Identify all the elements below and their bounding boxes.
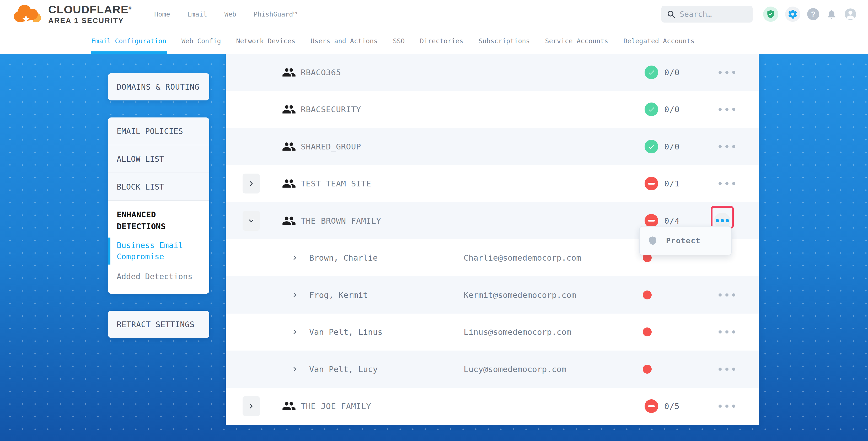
group-name: SHARED_GROUP <box>301 142 361 151</box>
shield-check-icon <box>763 6 778 22</box>
tab-sso[interactable]: SSO <box>393 28 405 54</box>
sidebar-item-added-detections[interactable]: Added Detections <box>117 271 200 282</box>
status-unprotected-dot <box>643 327 652 336</box>
row-menu-button[interactable] <box>718 138 735 155</box>
table-row-member: Frog, Kermit Kermit@somedemocorp.com <box>226 276 758 314</box>
member-name: Frog, Kermit <box>309 290 368 300</box>
tab-web-config[interactable]: Web Config <box>182 28 221 54</box>
member-count: 0/0 <box>664 105 680 114</box>
search-box[interactable] <box>661 6 753 23</box>
config-subnav: Email Configuration Web Config Network D… <box>0 28 868 54</box>
settings-sidebar: DOMAINS & ROUTING EMAIL POLICIES ALLOW L… <box>108 73 209 338</box>
user-avatar-icon <box>844 8 857 21</box>
chevron-right-icon <box>248 180 255 187</box>
group-name: THE BROWN FAMILY <box>301 216 381 225</box>
chevron-right-icon[interactable] <box>292 366 298 372</box>
sidebar-item-label: RETRACT SETTINGS <box>117 320 194 329</box>
tab-subscriptions[interactable]: Subscriptions <box>478 28 530 54</box>
member-name: Van Pelt, Lucy <box>309 365 378 374</box>
menu-item-protect[interactable]: Protect <box>666 237 701 245</box>
registered-trademark: ® <box>128 6 132 10</box>
member-name: Van Pelt, Linus <box>309 327 382 337</box>
sidebar-section-enhanced-detections: ENHANCED DETECTIONS Business Email Compr… <box>108 201 209 294</box>
brand-title: CLOUDFLARE® <box>48 3 132 16</box>
row-context-menu: Protect <box>639 226 732 255</box>
row-menu-button[interactable] <box>718 287 735 303</box>
status-unprotected-badge <box>645 214 658 228</box>
settings-button[interactable] <box>785 6 800 22</box>
member-count: 0/0 <box>664 68 680 77</box>
row-menu-button[interactable] <box>718 175 735 192</box>
top-nav-phishguard[interactable]: PhishGuard™ <box>254 10 297 18</box>
top-header: CLOUDFLARE® AREA 1 SECURITY Home Email W… <box>0 0 868 28</box>
group-icon <box>282 214 296 228</box>
header-icon-cluster: ? <box>763 6 857 22</box>
page-background: DOMAINS & ROUTING EMAIL POLICIES ALLOW L… <box>0 54 868 441</box>
expand-group-button[interactable] <box>243 174 260 193</box>
top-nav: Home Email Web PhishGuard™ <box>154 10 297 18</box>
notifications-bell-icon <box>826 9 837 20</box>
table-row-group: SHARED_GROUP 0/0 <box>226 128 758 165</box>
table-row-member: Van Pelt, Lucy Lucy@somedemocorp.com <box>226 351 758 388</box>
member-count: 0/5 <box>664 401 680 411</box>
settings-gear-icon <box>785 6 800 22</box>
member-count: 0/4 <box>664 216 680 225</box>
top-nav-email[interactable]: Email <box>187 10 207 18</box>
group-icon <box>282 139 296 154</box>
top-nav-web[interactable]: Web <box>224 10 236 18</box>
help-icon: ? <box>807 8 819 20</box>
tab-network-devices[interactable]: Network Devices <box>236 28 296 54</box>
row-menu-button[interactable] <box>718 361 735 378</box>
group-name: TEST TEAM SITE <box>301 179 371 188</box>
group-name: THE JOE FAMILY <box>301 401 371 411</box>
table-row-group: THE JOE FAMILY 0/5 <box>226 388 758 425</box>
sidebar-item-allow-list[interactable]: ALLOW LIST <box>108 145 209 173</box>
member-email: Kermit@somedemocorp.com <box>464 290 576 300</box>
notifications-button[interactable] <box>826 9 837 20</box>
status-unprotected-dot <box>643 365 652 374</box>
cloudflare-cloud-icon <box>12 3 43 25</box>
tab-directories[interactable]: Directories <box>420 28 463 54</box>
status-unprotected-badge <box>645 177 658 190</box>
table-row-group: RBACSECURITY 0/0 <box>226 91 758 128</box>
chevron-right-icon[interactable] <box>292 329 298 335</box>
account-button[interactable] <box>844 8 857 21</box>
chevron-down-icon <box>248 217 255 224</box>
chevron-right-icon[interactable] <box>292 292 298 298</box>
member-count: 0/0 <box>664 142 680 151</box>
tab-email-configuration[interactable]: Email Configuration <box>91 28 166 54</box>
group-icon <box>282 177 296 191</box>
protection-status-button[interactable] <box>763 6 778 22</box>
row-menu-button[interactable] <box>718 398 735 414</box>
member-email: Charlie@somedemocorp.com <box>464 253 581 262</box>
brand-logo[interactable]: CLOUDFLARE® AREA 1 SECURITY <box>12 3 132 25</box>
group-name: RBACO365 <box>301 68 341 77</box>
shield-icon <box>648 236 658 246</box>
top-nav-home[interactable]: Home <box>154 10 170 18</box>
sidebar-item-domains-routing[interactable]: DOMAINS & ROUTING <box>108 73 209 100</box>
sidebar-item-business-email-compromise[interactable]: Business Email Compromise <box>117 240 200 262</box>
tab-users-and-actions[interactable]: Users and Actions <box>310 28 378 54</box>
chevron-right-icon <box>248 403 255 410</box>
sidebar-item-block-list[interactable]: BLOCK LIST <box>108 173 209 201</box>
sidebar-item-label: DOMAINS & ROUTING <box>117 82 199 92</box>
search-input[interactable] <box>680 10 747 19</box>
status-protected-badge <box>645 66 658 79</box>
expand-group-button[interactable] <box>243 396 260 416</box>
tab-delegated-accounts[interactable]: Delegated Accounts <box>623 28 694 54</box>
chevron-right-icon[interactable] <box>292 255 298 261</box>
group-icon <box>282 399 296 413</box>
sidebar-item-email-policies[interactable]: EMAIL POLICIES <box>108 118 209 145</box>
sidebar-item-retract-settings[interactable]: RETRACT SETTINGS <box>108 311 209 338</box>
tab-service-accounts[interactable]: Service Accounts <box>545 28 609 54</box>
member-name: Brown, Charlie <box>309 253 378 262</box>
row-menu-button[interactable] <box>718 101 735 118</box>
row-menu-button[interactable] <box>718 323 735 340</box>
collapse-group-button[interactable] <box>243 211 260 231</box>
status-protected-badge <box>645 102 658 116</box>
row-menu-button[interactable] <box>718 64 735 81</box>
help-button[interactable]: ? <box>807 8 819 20</box>
member-email: Lucy@somedemocorp.com <box>464 365 566 374</box>
table-row-member: Van Pelt, Linus Linus@somedemocorp.com <box>226 314 758 351</box>
table-row-group: TEST TEAM SITE 0/1 <box>226 165 758 202</box>
